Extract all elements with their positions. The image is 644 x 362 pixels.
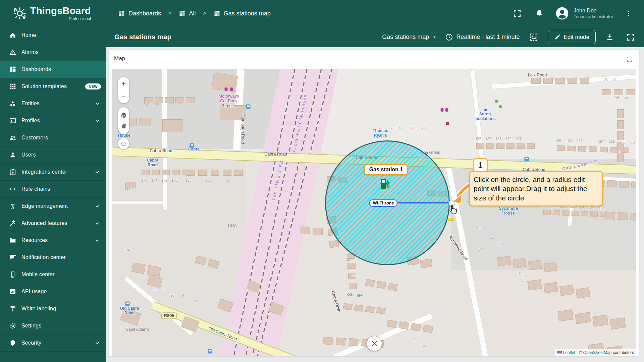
map-building (543, 209, 551, 215)
thingsboard-logo[interactable]: ThingsBoard Professional (0, 6, 106, 21)
advanced-features-icon (9, 219, 17, 227)
user-menu[interactable]: John Doe Tenant administrator (555, 6, 613, 21)
sidebar-item-api-usage[interactable]: API usage (0, 283, 106, 300)
sidebar-item-mobile-center[interactable]: Mobile center (0, 266, 106, 283)
breadcrumb-item-all[interactable]: All (179, 10, 196, 17)
map-building (496, 143, 505, 149)
breadcrumb-separator: > (203, 10, 206, 16)
map-label: 183 (485, 137, 491, 141)
dashboard-state-select[interactable]: Gas stations map (382, 34, 438, 41)
expand-dashboard-button[interactable] (624, 31, 637, 44)
sidebar-item-alarms[interactable]: Alarms (0, 44, 106, 61)
draw-circle-button[interactable] (119, 139, 128, 148)
sidebar-item-rule-chains[interactable]: Rule chains (0, 181, 106, 198)
map-building (349, 283, 357, 289)
map-building (559, 285, 574, 296)
map-building (142, 170, 150, 175)
zoom-control: + − (118, 77, 129, 103)
tree-icon (499, 105, 502, 108)
map-label: 94 (615, 95, 619, 99)
widget-expand-button[interactable] (626, 55, 634, 63)
brand-name: ThingsBoard (30, 6, 91, 16)
thingsboard-logo-icon (13, 6, 27, 20)
map-building (517, 143, 525, 149)
sidebar-item-resources[interactable]: Resources (0, 232, 106, 249)
screenshot-button[interactable] (527, 31, 540, 44)
sidebar-item-white-labeling[interactable]: White labeling (0, 300, 106, 317)
map-label: 197 (376, 126, 382, 130)
sidebar-item-label: Settings (21, 323, 41, 329)
sidebar-item-dashboards[interactable]: Dashboards (0, 61, 106, 78)
sidebar-item-label: Users (21, 152, 36, 158)
map-building (575, 312, 591, 324)
api-usage-icon (9, 288, 17, 296)
hint-step-badge: 1 (473, 158, 488, 172)
sidebar-item-users[interactable]: Users (0, 146, 106, 164)
map-building (557, 309, 574, 321)
zoom-in-button[interactable]: + (121, 80, 126, 87)
kebab-menu-button[interactable] (622, 7, 635, 20)
map-building (531, 78, 541, 84)
station-marker-label[interactable]: Gas station 1 (364, 164, 408, 175)
map-building (617, 120, 624, 129)
map-building (140, 118, 151, 126)
timewindow-button[interactable]: Realtime - last 1 minute (445, 33, 520, 41)
sidebar-item-edge-management[interactable]: Edge management (0, 198, 106, 215)
sidebar-item-settings[interactable]: Settings (0, 317, 106, 335)
map-building (553, 210, 560, 215)
mobile-center-icon (9, 270, 17, 279)
sidebar-item-label: Entities (21, 101, 40, 107)
leaflet-map[interactable]: Cabra RoadCabra RoadCabra RoadCabra Road… (112, 69, 636, 356)
leaflet-link[interactable]: Leaflet (563, 350, 575, 355)
sidebar-item-label: Alarms (21, 49, 39, 55)
map-building (602, 89, 611, 95)
layers-button[interactable] (119, 111, 128, 119)
layers-icon (120, 112, 127, 118)
breadcrumb-item-dashboards[interactable]: Dashboards (118, 10, 161, 17)
gas-pump-icon[interactable] (380, 178, 392, 190)
venue-icon (441, 108, 444, 112)
fullscreen-button[interactable] (511, 7, 524, 20)
map-building (610, 317, 626, 329)
drag-hint-rect (448, 218, 453, 221)
settings-icon (9, 322, 17, 330)
map-type-button[interactable] (119, 122, 128, 131)
map-building (619, 181, 629, 188)
sidebar-item-solution-templates[interactable]: Solution templatesNEW (0, 78, 106, 95)
sidebar-item-security[interactable]: Security (0, 335, 106, 352)
map-building (555, 78, 565, 84)
sidebar-item-customers[interactable]: Customers (0, 129, 106, 146)
download-button[interactable] (603, 31, 616, 44)
home-icon (9, 31, 17, 39)
close-drawing-button[interactable] (367, 336, 382, 351)
dashboard-content: Map (106, 47, 644, 362)
kebab-icon (625, 10, 632, 17)
download-icon (605, 33, 614, 42)
sidebar-item-home[interactable]: Home (0, 27, 106, 44)
state-select-value: Gas stations map (382, 34, 429, 41)
expand-icon (626, 55, 634, 63)
map-label: 163 (566, 139, 572, 143)
map-building (300, 227, 310, 234)
sidebar-item-advanced-features[interactable]: Advanced features (0, 215, 106, 232)
sidebar-item-label: White labeling (21, 306, 56, 312)
osm-link[interactable]: OpenStreetMap (583, 350, 612, 355)
edit-mode-button[interactable]: Edit mode (548, 30, 596, 44)
map-building (198, 170, 207, 176)
resources-icon (9, 236, 17, 244)
map-building (234, 170, 243, 176)
notifications-button[interactable] (533, 7, 546, 20)
breadcrumb-item-gas-stations-map[interactable]: Gas stations map (214, 10, 271, 17)
sidebar-item-profiles[interactable]: Profiles (0, 112, 106, 129)
top-header: ThingsBoard Professional Dashboards>All>… (0, 0, 644, 27)
map-building (543, 262, 557, 272)
map-building (420, 259, 432, 268)
sidebar-item-entities[interactable]: Entities (0, 95, 106, 112)
zoom-out-button[interactable]: − (121, 93, 126, 101)
map-building (605, 212, 615, 220)
wifi-zone-label[interactable]: Wi-Fi zone (369, 199, 397, 207)
sidebar-item-integrations-center[interactable]: Integrations center (0, 164, 106, 181)
sidebar-item-notification-center[interactable]: Notification center (0, 249, 106, 266)
solution-templates-icon (9, 82, 17, 90)
map-zone (112, 69, 286, 149)
